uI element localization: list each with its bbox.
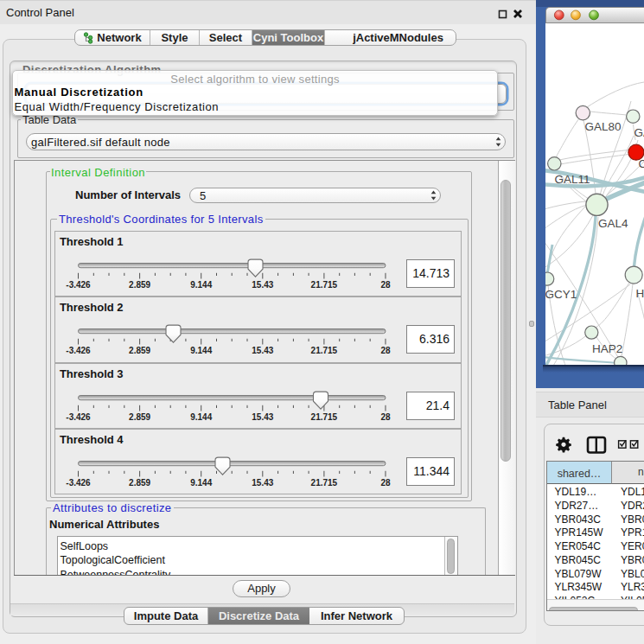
svg-text:H: H [636, 287, 644, 300]
svg-text:-3.426: -3.426 [66, 347, 91, 356]
svg-text:21.715: 21.715 [310, 412, 337, 422]
svg-text:21.715: 21.715 [310, 280, 337, 290]
svg-text:2.859: 2.859 [129, 280, 150, 290]
svg-text:-3.426: -3.426 [66, 412, 91, 422]
svg-text:21.715: 21.715 [310, 478, 337, 488]
svg-text:2.859: 2.859 [129, 478, 150, 488]
svg-text:9.144: 9.144 [190, 280, 212, 290]
svg-text:GAL4: GAL4 [598, 217, 628, 230]
svg-text:28: 28 [380, 412, 391, 422]
svg-text:9.144: 9.144 [190, 412, 212, 422]
svg-text:21.715: 21.715 [310, 347, 337, 356]
svg-text:GCY1: GCY1 [545, 288, 577, 301]
svg-text:HAP2: HAP2 [592, 342, 622, 355]
svg-text:15.43: 15.43 [252, 280, 273, 290]
svg-text:-3.426: -3.426 [66, 478, 91, 488]
svg-text:28: 28 [380, 478, 391, 488]
svg-text:C: C [639, 157, 644, 170]
svg-text:GAL11: GAL11 [555, 173, 590, 186]
svg-text:GAL80: GAL80 [585, 120, 622, 133]
svg-text:28: 28 [380, 347, 391, 356]
svg-text:15.43: 15.43 [252, 347, 273, 356]
svg-text:2.859: 2.859 [129, 412, 150, 422]
svg-text:-3.426: -3.426 [66, 280, 91, 290]
svg-text:GA: GA [634, 126, 644, 139]
svg-text:15.43: 15.43 [252, 412, 273, 422]
svg-text:15.43: 15.43 [252, 478, 273, 488]
svg-text:28: 28 [380, 280, 391, 290]
svg-text:9.144: 9.144 [190, 347, 212, 356]
svg-text:2.859: 2.859 [129, 347, 150, 356]
svg-text:9.144: 9.144 [190, 478, 212, 488]
